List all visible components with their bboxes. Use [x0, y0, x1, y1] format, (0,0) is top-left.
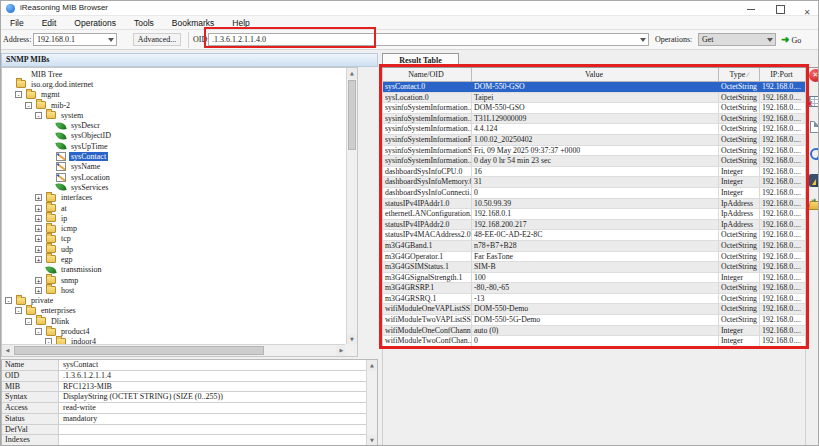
tree-item[interactable]: at [2, 203, 347, 213]
result-row[interactable]: m3G4GOperator.1 Far EasTone OctetString … [383, 252, 805, 263]
tree-item[interactable]: sysLocation [2, 172, 347, 182]
tree-item[interactable]: enterprises [2, 306, 347, 316]
result-row[interactable]: statusIPv4IPAddr1.0 10.50.99.39 IpAddres… [383, 199, 805, 210]
tree-vertical-scrollbar[interactable]: ▲ ▼ [346, 68, 357, 345]
tree-expander-icon[interactable] [35, 246, 42, 253]
tree-item[interactable]: tcp [2, 234, 347, 244]
menu-item[interactable]: Operations [65, 16, 125, 29]
menu-item[interactable]: File [1, 16, 33, 29]
tree-item[interactable]: mgmt [2, 90, 347, 100]
column-header[interactable]: Name/OID [383, 68, 472, 81]
result-row[interactable]: sysinfoSystemInformationS... Fri, 09 May… [383, 146, 805, 157]
tree-item[interactable]: transmission [2, 265, 347, 275]
search-icon[interactable] [809, 147, 819, 160]
tree-item[interactable]: snmp [2, 275, 347, 285]
scroll-down-icon[interactable]: ▼ [367, 435, 377, 446]
result-row[interactable]: sysinfoSystemInformation... 0 day 0 hr 5… [383, 156, 805, 167]
result-row[interactable]: wifiModuleTwoVAPListSS... DOM-550-5G-Dem… [383, 315, 805, 326]
result-row[interactable]: sysinfoSystemInformationF... 1.00.02_202… [383, 135, 805, 146]
scrollbar-thumb[interactable] [14, 346, 264, 355]
result-row[interactable]: m3G4GRSRQ.1 -13 OctetString 192.168.0...… [383, 294, 805, 305]
chevron-down-icon[interactable] [108, 38, 114, 42]
menu-item[interactable]: Help [223, 16, 258, 29]
tree-item[interactable]: product4 [2, 326, 347, 336]
maximize-icon[interactable] [767, 1, 793, 16]
tree-item[interactable]: interfaces [2, 193, 347, 203]
result-row[interactable]: wifiModuleOneConfChann... auto (0) Integ… [383, 326, 805, 337]
advanced-button[interactable]: Advanced... [133, 33, 181, 46]
result-row[interactable]: wifiModuleOneVAPListSSI... DOM-550-Demo … [383, 304, 805, 315]
result-row[interactable]: sysinfoSystemInformation... 4.4.124 Octe… [383, 124, 805, 135]
tree-expander-icon[interactable] [35, 287, 42, 294]
tree-item[interactable]: sysContact [2, 151, 347, 161]
result-row[interactable]: m3G4GRSRP.1 -80,-80,-65 OctetString 192.… [383, 283, 805, 294]
tree-item[interactable]: iso.org.dod.internet [2, 79, 347, 89]
result-row[interactable]: m3G4GSignalStrength.1 100 Integer 192.16… [383, 273, 805, 284]
tree-expander-icon[interactable] [35, 194, 42, 201]
export-document-icon[interactable] [810, 121, 819, 133]
close-icon[interactable] [794, 1, 819, 16]
result-row[interactable]: statusIPv4MACAddress2.0 48-EE-0C-AD-E2-8… [383, 230, 805, 241]
scroll-up-icon[interactable]: ▲ [347, 68, 357, 79]
tree-item[interactable]: sysObjectID [2, 131, 347, 141]
menu-item[interactable]: Bookmarks [163, 16, 224, 29]
tree-expander-icon[interactable] [15, 307, 22, 314]
result-row[interactable]: m3G4GBand.1 n78+B7+B28 OctetString 192.1… [383, 241, 805, 252]
clear-results-icon[interactable] [809, 69, 819, 82]
tree-item[interactable]: ip [2, 213, 347, 223]
result-row[interactable]: m3G4GSIMStatus.1 SIM-B OctetString 192.1… [383, 262, 805, 273]
chevron-down-icon[interactable] [640, 38, 646, 42]
result-row[interactable]: dashboardSysInfoConnecti... 0 Integer 19… [383, 188, 805, 199]
tree-horizontal-scrollbar[interactable]: ◀ ▶ [2, 344, 347, 356]
tree-expander-icon[interactable] [35, 277, 42, 284]
menu-item[interactable]: Tools [125, 16, 163, 29]
tree-item[interactable]: sysServices [2, 182, 347, 192]
tree-item[interactable]: private [2, 296, 347, 306]
tree-expander-icon[interactable] [35, 235, 42, 242]
tree-expander-icon[interactable] [15, 91, 22, 98]
column-header[interactable]: Value [472, 68, 719, 81]
scroll-left-icon[interactable]: ◀ [2, 345, 13, 356]
result-row[interactable]: ethernetLANConfiguration... 192.168.0.1 … [383, 209, 805, 220]
column-header[interactable]: IP:Port [760, 68, 805, 81]
tree-item[interactable]: sysName [2, 162, 347, 172]
open-folder-icon[interactable] [808, 201, 819, 210]
tree-item[interactable]: icmp [2, 223, 347, 233]
result-row[interactable]: dashboardSysInfoCPU.0 16 Integer 192.168… [383, 167, 805, 178]
graph-icon[interactable] [809, 174, 819, 187]
minimize-icon[interactable] [738, 1, 764, 16]
result-row[interactable]: sysContact.0 DOM-550-GSO OctetString 192… [383, 82, 805, 93]
tree-expander-icon[interactable] [25, 318, 32, 325]
scrollbar-thumb[interactable] [348, 80, 356, 150]
operations-combo[interactable]: Get [698, 33, 776, 46]
tree-item[interactable]: sysUpTime [2, 141, 347, 151]
tree-item[interactable]: egp [2, 254, 347, 264]
column-header[interactable]: Type∕ [719, 68, 760, 81]
tab-result-table[interactable]: Result Table [382, 53, 459, 67]
tree-expander-icon[interactable] [35, 215, 42, 222]
tree-item[interactable]: sysDescr [2, 120, 347, 130]
tree-expander-icon[interactable] [35, 205, 42, 212]
tree-item[interactable]: udp [2, 244, 347, 254]
address-combo[interactable]: 192.168.0.1 [33, 33, 117, 46]
menu-item[interactable]: Edit [33, 16, 66, 29]
result-row[interactable]: sysLocation.0 Taipei OctetString 192.168… [383, 93, 805, 104]
tree-expander-icon[interactable] [35, 112, 42, 119]
tree-expander-icon[interactable] [35, 256, 42, 263]
result-row[interactable]: wifiModuleTwoConfChan... 0 Integer 192.1… [383, 336, 805, 347]
result-row[interactable]: sysinfoSystemInformation... DOM-550-GSO … [383, 103, 805, 114]
scroll-up-icon[interactable]: ▲ [367, 360, 377, 371]
tree-item[interactable]: Dlink [2, 316, 347, 326]
chevron-down-icon[interactable] [767, 38, 773, 42]
tree-expander-icon[interactable] [25, 102, 32, 109]
oid-input[interactable]: .1.3.6.1.2.1.1.4.0 [208, 33, 649, 46]
result-row[interactable]: sysinfoSystemInformation... T31L12900000… [383, 114, 805, 125]
tree-item[interactable]: mib-2 [2, 100, 347, 110]
tree-expander-icon[interactable] [5, 297, 12, 304]
properties-vertical-scrollbar[interactable]: ▲ ▼ [366, 360, 377, 446]
tree-expander-icon[interactable] [35, 225, 42, 232]
tree-expander-icon[interactable] [35, 328, 42, 335]
clear-table-icon[interactable] [809, 96, 819, 107]
tree-item[interactable]: system [2, 110, 347, 120]
tree-item[interactable]: MIB Tree [2, 69, 347, 79]
